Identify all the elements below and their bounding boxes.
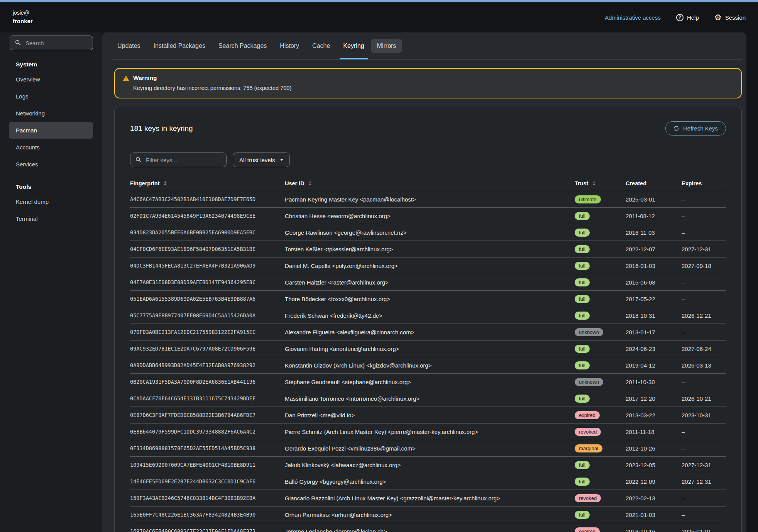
created-cell: 2022-12-09 xyxy=(626,478,682,485)
table-row: 169704C6FB490C6892C7F23C37E0AF1FDA48F373… xyxy=(130,523,726,532)
help-label: Help xyxy=(687,14,699,21)
sort-icon: ↕ xyxy=(308,180,313,186)
tab-mirrors[interactable]: Mirrors xyxy=(371,39,403,53)
column-header-user-id[interactable]: User ID↕ xyxy=(285,180,575,186)
user-id-cell: Alexandre Filgueira <alexfilgueira@cinna… xyxy=(285,329,575,335)
warning-message: Keyring directory has incorrect permissi… xyxy=(133,85,733,91)
refresh-icon xyxy=(673,125,679,131)
trust-level-dropdown[interactable]: All trust levels xyxy=(233,152,290,167)
warning-header: Warning xyxy=(123,75,733,81)
fingerprint-cell: 165E0FF7C48C226E1EC363A7F83424824B3E4B90 xyxy=(130,512,285,518)
session-button[interactable]: Session xyxy=(714,14,746,22)
created-cell: 2017-12-20 xyxy=(626,395,682,402)
trust-badge: unknown xyxy=(575,328,603,336)
column-header-trust[interactable]: Trust↕ xyxy=(575,180,626,186)
session-label: Session xyxy=(725,14,746,21)
sidebar-search-input[interactable] xyxy=(10,36,93,50)
trust-cell: revoked xyxy=(575,428,626,436)
masthead-actions: Administrative access Help Session xyxy=(605,14,746,22)
brand-user: josie@ xyxy=(13,9,33,17)
trust-level-dropdown-label: All trust levels xyxy=(239,157,275,163)
sidebar-item-logs[interactable]: Logs xyxy=(9,88,93,105)
sort-icon: ↕ xyxy=(592,180,596,186)
sidebar-search xyxy=(10,36,93,50)
user-id-cell: Giancarlo Razzolini (Arch Linux Master K… xyxy=(285,495,575,502)
tab-updates[interactable]: Updates xyxy=(111,32,147,59)
trust-badge: unknown xyxy=(575,378,603,386)
sidebar-item-accounts[interactable]: Accounts xyxy=(9,139,93,156)
tab-keyring[interactable]: Keyring xyxy=(337,32,371,59)
user-id-cell: Thore Bödecker <foxxx0@archlinux.org> xyxy=(285,296,575,302)
created-cell: 2012-10-26 xyxy=(626,445,682,452)
created-cell: 2021-01-03 xyxy=(626,512,682,518)
user-id-cell: Giovanni Harting <anonfunc@archlinux.org… xyxy=(285,346,575,352)
column-header-fingerprint[interactable]: Fingerprint↕ xyxy=(130,180,285,186)
keys-table-body: A4C6AC47AB3C24502B1AB410E308DAE7D9F7E65D… xyxy=(130,191,726,532)
expires-cell: – xyxy=(682,213,726,219)
trust-cell: full xyxy=(575,295,626,303)
user-id-cell: George Rawlinson <george@rawlinson.net.n… xyxy=(285,229,575,236)
expires-cell: 2027-12-31 xyxy=(682,462,726,468)
sidebar-section-title-tools: Tools xyxy=(16,183,102,190)
trust-badge: full xyxy=(575,229,590,237)
filter-keys-input[interactable] xyxy=(130,152,227,167)
table-row: 05C7775A9E8B977407FE08E69D4C5AA15426DA0A… xyxy=(130,307,726,324)
tab-installed-packages[interactable]: Installed Packages xyxy=(147,32,212,59)
tab-history[interactable]: History xyxy=(273,32,306,59)
table-row: 0B20CA1931F5DA3A70D0F8D2EA6836E1AB441196… xyxy=(130,374,726,390)
trust-badge: full xyxy=(575,212,590,220)
fingerprint-cell: 159F3A43AEB246C5746C033814BC4F30B3B92EBA xyxy=(130,495,285,501)
table-row: 0A9DDABB64B993D82AD45E4F32EAB0A976938292… xyxy=(130,357,726,374)
sidebar-item-overview[interactable]: Overview xyxy=(9,71,93,88)
trust-badge: full xyxy=(575,478,590,486)
table-row: 0E87D6C3F9AF7FDED0C8588D22E3B67B4A86FDE7… xyxy=(130,407,726,424)
expires-cell: 2027-06-24 xyxy=(682,346,726,352)
trust-cell: full xyxy=(575,229,626,237)
user-id-cell: Massimiliano Torromeo <mtorromeo@archlin… xyxy=(285,395,575,402)
expires-cell: – xyxy=(682,229,726,236)
created-cell: 2015-06-08 xyxy=(626,279,682,286)
fingerprint-cell: 07DFD3A0BC213FA12EDC217559B3122E2FA915EC xyxy=(130,329,285,335)
expires-cell: – xyxy=(682,329,726,335)
column-header-created: Created xyxy=(626,180,682,186)
filter-search-icon xyxy=(135,157,141,163)
trust-cell: full xyxy=(575,511,626,519)
warning-title: Warning xyxy=(133,75,157,81)
user-id-cell: Gerardo Exequiel Pozzi <vmlinuz386@gmail… xyxy=(285,445,575,452)
help-icon xyxy=(676,14,684,21)
expires-cell: 2023-10-31 xyxy=(682,412,726,418)
user-id-cell: Frederik Schwan <frederik@tty42.de> xyxy=(285,312,575,319)
created-cell: 2016-01-03 xyxy=(626,263,682,269)
created-cell: 2018-10-31 xyxy=(626,312,682,319)
expires-cell: – xyxy=(682,379,726,385)
tab-search-packages[interactable]: Search Packages xyxy=(212,32,273,59)
user-id-cell: Daniel M. Capella <polyzen@archlinux.org… xyxy=(285,263,575,269)
column-label-fingerprint: Fingerprint xyxy=(130,180,160,186)
keys-card-header: 181 keys in keyring Refresh Keys xyxy=(130,121,726,136)
trust-cell: full xyxy=(575,361,626,369)
warning-icon xyxy=(123,75,129,81)
sidebar-item-terminal[interactable]: Terminal xyxy=(9,210,93,227)
trust-badge: full xyxy=(575,345,590,353)
refresh-keys-button[interactable]: Refresh Keys xyxy=(665,121,726,136)
trust-cell: unknown xyxy=(575,328,626,336)
trust-badge: expired xyxy=(575,527,600,532)
tab-cache[interactable]: Cache xyxy=(306,32,337,59)
fingerprint-cell: 169704C6FB490C6892C7F23C37E0AF1FDA48F373 xyxy=(130,528,285,532)
sidebar-item-services[interactable]: Services xyxy=(9,156,93,173)
fingerprint-cell: 034D823DA2055BEE6A6BF0BB25EA6900D9EA5EBC xyxy=(130,229,285,236)
trust-cell: expired xyxy=(575,411,626,419)
tab-bar: UpdatesInstalled PackagesSearch Packages… xyxy=(111,32,742,59)
table-row: 159F3A43AEB246C5746C033814BC4F30B3B92EBA… xyxy=(130,490,726,507)
help-button[interactable]: Help xyxy=(676,14,699,21)
trust-cell: full xyxy=(575,262,626,270)
trust-badge: full xyxy=(575,278,590,286)
search-icon xyxy=(15,40,21,46)
sidebar-item-pacman[interactable]: Pacman xyxy=(9,122,93,139)
table-row: A4C6AC47AB3C24502B1AB410E308DAE7D9F7E65D… xyxy=(130,191,726,208)
sidebar-item-kernel-dump[interactable]: Kernel dump xyxy=(9,193,93,210)
administrative-access-link[interactable]: Administrative access xyxy=(605,14,661,21)
sidebar-item-networking[interactable]: Networking xyxy=(9,105,93,122)
user-id-cell: Torsten Keßler <tpkessler@archlinux.org> xyxy=(285,246,575,252)
fingerprint-cell: 0CADAACF70F64C654E131B3111675C743429DDEF xyxy=(130,395,285,402)
